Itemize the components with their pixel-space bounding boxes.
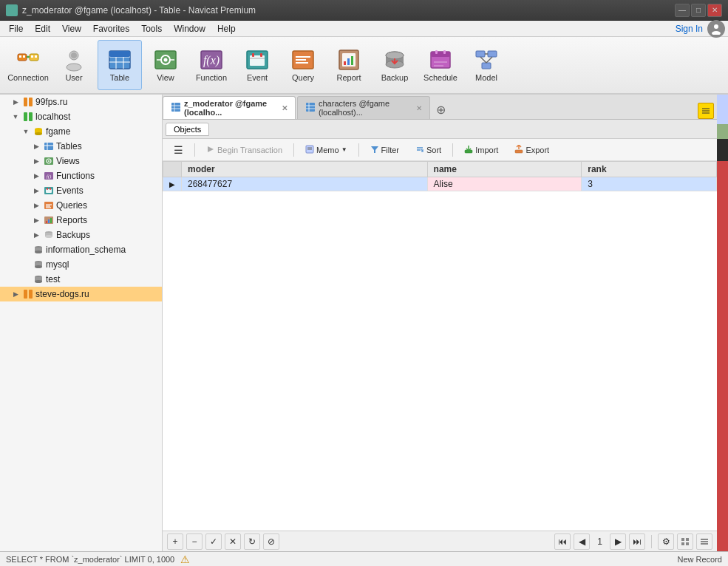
settings-button[interactable]: ⚙ [658,533,674,550]
event-icon [245,48,269,72]
cell-moder[interactable]: 268477627 [182,177,428,191]
list-view-button[interactable] [696,533,712,550]
begin-transaction-label: Begin Transaction [217,146,282,154]
menu-file[interactable]: File [3,22,29,35]
minimize-button[interactable]: — [675,4,690,17]
menu-favorites[interactable]: Favorites [87,22,135,35]
queries-icon [43,200,55,211]
sidebar-item-test[interactable]: test [0,272,162,287]
begin-transaction-button[interactable]: Begin Transaction [200,143,289,157]
sort-icon [415,145,424,155]
delete-row-button[interactable]: − [186,533,203,550]
new-record-label: New Record [677,555,722,564]
sidebar-item-views[interactable]: ▶ Views [0,154,162,168]
cell-rank[interactable]: 3 [582,177,717,191]
backup-icon [383,48,406,72]
toolbar-report[interactable]: Report [327,40,371,90]
menu-edit[interactable]: Edit [29,22,56,35]
functions-icon: f() [43,170,55,182]
right-block-green [717,124,728,139]
filter-button[interactable]: Filter [364,143,406,157]
tab-list-button[interactable] [698,103,714,119]
sidebar-item-tables[interactable]: ▶ Tables [0,139,162,154]
toolbar-event[interactable]: Event [235,40,279,90]
sidebar-label-queries: Queries [56,200,162,211]
last-page-button[interactable]: ⏭ [629,533,645,550]
sort-label: Sort [426,146,441,154]
sidebar-item-reports[interactable]: ▶ Reports [0,213,162,228]
export-button[interactable]: Export [508,143,556,157]
stop-button[interactable]: ⊘ [263,533,279,550]
menu-window[interactable]: Window [168,22,211,35]
toolbar-table[interactable]: Table [98,40,142,90]
sidebar-item-99fps[interactable]: ▶ 99fps.ru [0,95,162,109]
sign-in-label[interactable]: Sign In [676,24,703,34]
tab-zmoderator[interactable]: z_moderator @fgame (localho... ✕ [163,96,296,119]
toolbar-backup[interactable]: Backup [372,40,417,90]
sidebar-item-events[interactable]: ▶ Events [0,183,162,198]
sidebar-item-fgame[interactable]: ▼ fgame [0,124,162,139]
toolbar-model[interactable]: Model [464,40,508,90]
right-block-dark [717,139,728,161]
grid-view-button[interactable] [677,533,693,550]
import-button[interactable]: Import [457,143,505,157]
menu-tools[interactable]: Tools [135,22,168,35]
menu-toggle-button[interactable]: ☰ [167,142,190,158]
table-row[interactable]: ▶ 268477627 Alise 3 [163,177,717,191]
window-title: z_moderator @fgame (localhost) - Table -… [22,5,673,16]
toolbar-schedule[interactable]: Schedule [418,40,463,90]
prev-page-button[interactable]: ◀ [574,533,590,550]
toolbar-user[interactable]: User [52,40,96,90]
sidebar-item-localhost[interactable]: ▼ localhost [0,109,162,124]
add-row-button[interactable]: + [167,533,183,550]
menubar: File Edit View Favorites Tools Window He… [0,21,728,37]
sidebar-item-stevedogs[interactable]: ▶ steve-dogs.ru [0,287,162,301]
next-page-button[interactable]: ▶ [610,533,626,550]
confirm-button[interactable]: ✓ [205,533,222,550]
tab-characters[interactable]: characters @fgame (localhost)... ✕ [297,96,430,119]
import-icon [464,145,473,155]
first-page-button[interactable]: ⏮ [554,533,571,550]
stevedogs-icon [22,288,34,300]
svg-rect-18 [109,51,130,57]
svg-rect-59 [24,112,27,121]
tree-arrow: ▼ [10,113,21,120]
sidebar-label-reports: Reports [56,215,162,225]
toolbar-function[interactable]: f(x) Function [189,40,234,90]
svg-rect-51 [476,51,485,57]
menu-view[interactable]: View [56,22,87,35]
col-header-moder[interactable]: moder [182,162,428,177]
svg-rect-48 [443,50,446,54]
sidebar-item-backups[interactable]: ▶ Backups [0,228,162,242]
sidebar-item-functions[interactable]: ▶ f() Functions [0,168,162,183]
toolbar-connection[interactable]: Connection [6,40,50,90]
toolbar-backup-label: Backup [381,73,409,82]
svg-point-92 [35,265,42,268]
objects-tab[interactable]: Objects [166,123,209,136]
memo-dropdown-icon[interactable]: ▼ [341,146,347,153]
toolbar-query[interactable]: Query [281,40,325,90]
refresh-button[interactable]: ↻ [244,533,260,550]
model-icon [474,48,498,72]
sidebar-item-info-schema[interactable]: information_schema [0,242,162,257]
cell-name[interactable]: Alise [427,177,582,191]
tab-close-zmoderator[interactable]: ✕ [282,104,288,112]
toolbar-view[interactable]: View [143,40,188,90]
tab-add-button[interactable]: ⊕ [432,100,450,119]
status-query: SELECT * FROM `z_moderator` LIMIT 0, 100… [6,555,174,564]
col-header-rank[interactable]: rank [582,162,717,177]
tree-arrow: ▶ [31,231,41,239]
menu-help[interactable]: Help [211,22,242,35]
tab-close-characters[interactable]: ✕ [416,104,422,112]
svg-text:f(x): f(x) [203,54,220,67]
maximize-button[interactable]: □ [691,4,706,17]
svg-point-11 [67,64,81,71]
close-button[interactable]: ✕ [707,4,722,17]
sidebar-item-queries[interactable]: ▶ Queries [0,198,162,213]
sort-button[interactable]: Sort [409,143,448,157]
sidebar-item-mysql[interactable]: mysql [0,257,162,272]
col-header-name[interactable]: name [427,162,582,177]
toolbar-model-label: Model [475,73,497,82]
cancel-edit-button[interactable]: ✕ [225,533,241,550]
memo-button[interactable]: Memo ▼ [299,143,353,157]
